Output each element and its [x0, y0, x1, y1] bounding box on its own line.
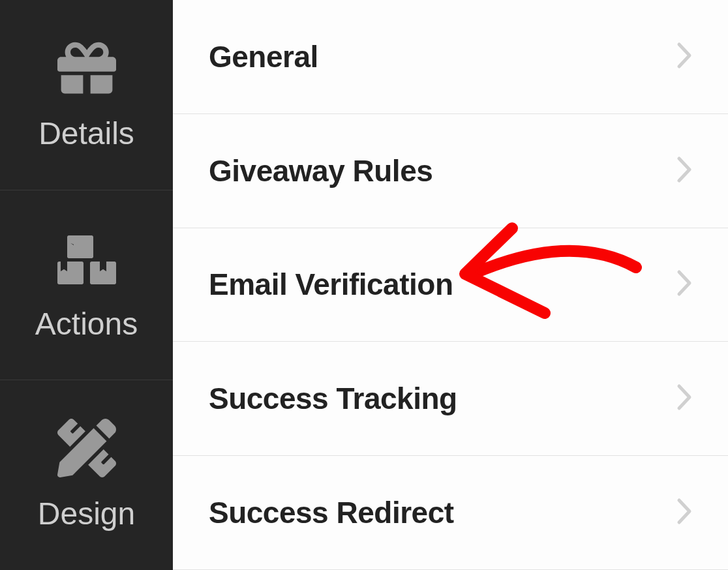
menu-item-label: General — [209, 39, 318, 74]
menu-item-email-verification[interactable]: Email Verification — [173, 228, 728, 342]
sidebar: Details Actions Design — [0, 0, 173, 570]
chevron-right-icon — [676, 42, 692, 72]
pencil-ruler-icon — [57, 419, 116, 477]
settings-menu: General Giveaway Rules Email Verificatio… — [173, 0, 728, 570]
sidebar-item-label: Details — [38, 115, 134, 151]
chevron-right-icon — [676, 383, 692, 413]
menu-item-general[interactable]: General — [173, 0, 728, 114]
menu-item-label: Email Verification — [209, 267, 453, 302]
menu-item-label: Success Tracking — [209, 381, 457, 416]
menu-item-label: Giveaway Rules — [209, 153, 432, 188]
chevron-right-icon — [676, 498, 692, 528]
menu-item-success-redirect[interactable]: Success Redirect — [173, 456, 728, 570]
menu-item-giveaway-rules[interactable]: Giveaway Rules — [173, 114, 728, 228]
sidebar-item-label: Design — [38, 496, 135, 532]
menu-item-success-tracking[interactable]: Success Tracking — [173, 342, 728, 456]
chevron-right-icon — [676, 269, 692, 299]
chevron-right-icon — [676, 156, 692, 186]
sidebar-item-actions[interactable]: Actions — [0, 190, 173, 381]
boxes-icon — [57, 229, 116, 288]
menu-item-label: Success Redirect — [209, 495, 454, 530]
sidebar-item-design[interactable]: Design — [0, 380, 173, 570]
sidebar-item-details[interactable]: Details — [0, 0, 173, 190]
sidebar-item-label: Actions — [35, 306, 138, 342]
gift-icon — [57, 38, 116, 97]
